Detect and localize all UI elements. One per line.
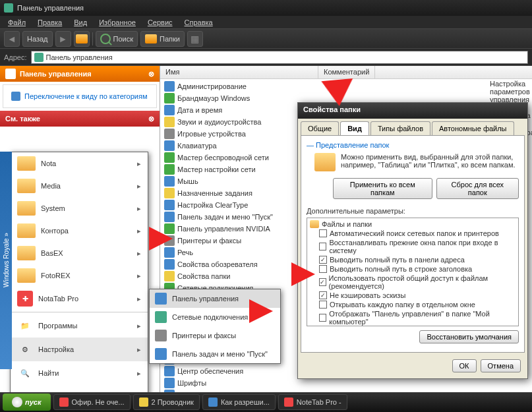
tree-option[interactable]: Выводить полный путь в строке заголовка xyxy=(309,264,517,274)
item-label: Звуки и аудиоустройства xyxy=(177,118,261,126)
menu-edit[interactable]: Правка xyxy=(32,17,67,28)
back-label[interactable]: Назад xyxy=(22,31,53,47)
reset-all-button[interactable]: Сброс для всех папок xyxy=(436,178,519,199)
tree-option[interactable]: ✓Использовать простой общий доступ к фай… xyxy=(309,274,517,291)
back-button[interactable]: ◄ xyxy=(4,31,20,47)
checkbox[interactable]: ✓ xyxy=(319,256,327,264)
apply-all-button[interactable]: Применить ко всем папкам xyxy=(333,178,432,199)
folder-icon xyxy=(310,220,319,228)
item-icon xyxy=(164,117,175,127)
settings-icon: ⚙ xyxy=(17,341,33,357)
item-label: Мастер беспроводной сети xyxy=(177,154,269,162)
taskbar-button[interactable]: NoteTab Pro - xyxy=(278,394,347,410)
col-comment[interactable]: Комментарий xyxy=(318,66,375,78)
start-folder[interactable]: BasEX▸ xyxy=(11,242,148,264)
start-folder[interactable]: Nota▸ xyxy=(11,152,148,175)
tree-option[interactable]: Автоматический поиск сетевых папок и при… xyxy=(309,229,517,238)
window-title: Панель управления xyxy=(17,4,84,12)
up-button[interactable] xyxy=(74,31,90,47)
menu-bar: Файл Правка Вид Избранное Сервис Справка xyxy=(0,16,532,29)
section-description: Можно применить вид, выбранный для этой … xyxy=(341,153,519,169)
views-button[interactable]: ▦ xyxy=(187,31,203,47)
start-orb-icon xyxy=(12,397,22,407)
item-label: Панель задач и меню "Пуск" xyxy=(177,213,273,221)
checkbox[interactable] xyxy=(319,265,327,273)
search-button[interactable]: Поиск xyxy=(96,31,138,47)
start-folder[interactable]: ✚NotaTab Pro▸ xyxy=(11,287,148,310)
item-icon xyxy=(164,366,175,376)
address-input[interactable]: Панель управления xyxy=(31,51,528,64)
menu-view[interactable]: Вид xyxy=(69,17,92,28)
switch-icon xyxy=(11,92,20,101)
option-label: Отображать "Панель управления" в папке "… xyxy=(329,310,516,326)
see-also-header[interactable]: См. также ⊗ xyxy=(0,111,160,127)
start-settings[interactable]: ⚙Настройка▸ xyxy=(11,338,148,361)
checkbox[interactable] xyxy=(319,314,326,322)
app-icon xyxy=(4,3,13,13)
cancel-button[interactable]: Отмена xyxy=(481,359,521,372)
side-panel-header[interactable]: Панель управления ⊗ xyxy=(0,66,160,82)
app-icon: ✚ xyxy=(17,291,33,307)
submenu-taskbar[interactable]: Панель задач и меню "Пуск" xyxy=(150,345,280,363)
dialog-tabs: Общие Вид Типы файлов Автономные файлы xyxy=(298,119,527,135)
advanced-tree[interactable]: Файлы и папки Автоматический поиск сетев… xyxy=(307,218,519,326)
item-icon xyxy=(164,164,175,175)
tree-option[interactable]: ✓Выводить полный путь в панели адреса xyxy=(309,255,517,264)
folder-label: Nota xyxy=(41,160,56,167)
item-label: Клавиатура xyxy=(177,142,217,150)
tree-option[interactable]: Открывать каждую папку в отдельном окне xyxy=(309,300,517,309)
tab-offline[interactable]: Автономные файлы xyxy=(432,121,514,135)
taskbar-button[interactable]: 2 Проводник xyxy=(133,394,200,410)
folder-label: System xyxy=(41,204,65,212)
tree-option[interactable]: ✓Не кэшировать эскизы xyxy=(309,291,517,300)
start-folder[interactable]: Контора▸ xyxy=(11,220,148,242)
item-icon xyxy=(164,259,175,270)
item-label: Настройка ClearType xyxy=(177,201,248,209)
task-icon xyxy=(59,397,69,407)
taskbar-button[interactable]: Офир. Не оче... xyxy=(53,394,131,410)
folder-label: BasEX xyxy=(41,249,63,257)
checkbox[interactable]: ✓ xyxy=(319,291,327,299)
menu-help[interactable]: Справка xyxy=(179,17,218,28)
switch-view-link[interactable]: Переключение к виду по категориям xyxy=(11,92,148,101)
item-icon xyxy=(164,105,175,115)
start-folder[interactable]: Media▸ xyxy=(11,175,148,197)
tree-root[interactable]: Файлы и папки xyxy=(309,220,517,229)
forward-button[interactable]: ► xyxy=(55,31,71,47)
item-label: Игровые устройства xyxy=(177,130,246,138)
item-label: Назначенные задания xyxy=(177,189,252,197)
tree-option[interactable]: Восстанавливать прежние окна папок при в… xyxy=(309,238,517,255)
folder-options-dialog: Свойства папки Общие Вид Типы файлов Авт… xyxy=(297,102,528,379)
checkbox[interactable]: ✓ xyxy=(319,278,326,286)
start-programs[interactable]: 📁Программы▸ xyxy=(11,314,148,338)
item-icon xyxy=(164,93,175,103)
menu-favorites[interactable]: Избранное xyxy=(94,17,141,28)
option-label: Не кэшировать эскизы xyxy=(330,291,405,299)
tree-option[interactable]: Отображать "Панель управления" в папке "… xyxy=(309,309,517,326)
menu-file[interactable]: Файл xyxy=(3,17,31,28)
folder-icon xyxy=(17,223,36,238)
checkbox[interactable] xyxy=(319,243,326,250)
menu-tools[interactable]: Сервис xyxy=(142,17,178,28)
tab-general[interactable]: Общие xyxy=(301,121,339,135)
taskbar: пуск Офир. Не оче...2 ПроводникКак разре… xyxy=(0,392,532,412)
start-search[interactable]: 🔍Найти▸ xyxy=(11,361,148,385)
search-icon xyxy=(100,34,111,44)
start-button[interactable]: пуск xyxy=(3,394,51,411)
tab-view[interactable]: Вид xyxy=(340,121,369,135)
restore-defaults-button[interactable]: Восстановить умолчания xyxy=(419,330,519,343)
folder-icon xyxy=(17,201,36,216)
col-name[interactable]: Имя xyxy=(160,66,318,78)
checkbox[interactable] xyxy=(319,229,327,237)
ok-button[interactable]: ОК xyxy=(452,359,477,372)
taskbar-button[interactable]: Как разреши... xyxy=(202,394,276,410)
start-folder[interactable]: System▸ xyxy=(11,197,148,220)
start-folder[interactable]: FotoREX▸ xyxy=(11,264,148,287)
item-label: Свойства обозревателя xyxy=(177,260,258,268)
option-label: Выводить полный путь в строке заголовка xyxy=(330,265,472,273)
checkbox[interactable] xyxy=(319,301,327,309)
folders-button[interactable]: Папки xyxy=(140,31,185,47)
submenu-printers[interactable]: Принтеры и факсы xyxy=(150,326,280,345)
tab-filetypes[interactable]: Типы файлов xyxy=(370,121,430,135)
printer-icon xyxy=(155,330,167,341)
